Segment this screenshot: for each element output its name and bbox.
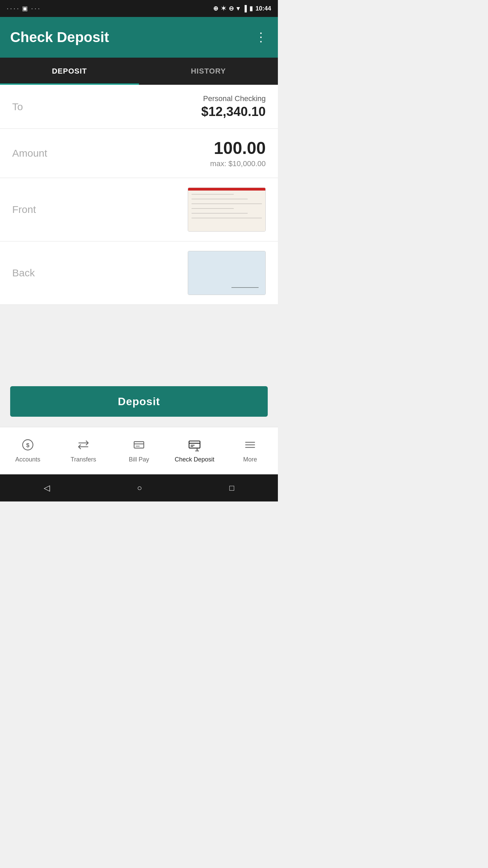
svg-text:$: $ (26, 442, 29, 449)
nav-transfers[interactable]: Transfers (56, 427, 111, 474)
billpay-icon (133, 438, 145, 453)
deposit-button[interactable]: Deposit (10, 386, 268, 417)
to-row[interactable]: To Personal Checking $12,340.10 (0, 85, 278, 129)
back-check-image[interactable] (188, 251, 266, 295)
status-bar: · · · · ▣ · · · ⊕ ✶ ⊖ ▾ ▐ ▮ 10:44 (0, 0, 278, 17)
nav-accounts[interactable]: $ Accounts (0, 427, 56, 474)
accounts-label: Accounts (15, 456, 40, 463)
check-lines (191, 194, 262, 222)
minus-icon: ⊖ (229, 5, 234, 12)
check-line-3 (191, 203, 262, 204)
check-line-1 (191, 194, 234, 195)
wifi-icon: ▾ (237, 5, 240, 12)
nav-check-deposit[interactable]: Check Deposit (167, 427, 222, 474)
app-header: Check Deposit ⋮ (0, 17, 278, 58)
more-icon (244, 438, 257, 453)
signal-dots-2: · · · (31, 5, 40, 12)
check-line-4 (191, 208, 234, 209)
overflow-menu-button[interactable]: ⋮ (255, 30, 268, 44)
account-info: Personal Checking $12,340.10 (201, 94, 266, 119)
amount-max: max: $10,000.00 (210, 159, 266, 168)
amount-label: Amount (12, 147, 47, 159)
signal-strength-icon: ▐ (242, 5, 247, 12)
amount-row[interactable]: Amount 100.00 max: $10,000.00 (0, 129, 278, 178)
to-label: To (12, 101, 23, 113)
check-line-6 (191, 218, 262, 218)
tab-bar: DEPOSIT HISTORY (0, 58, 278, 85)
android-home-button[interactable]: ○ (137, 483, 142, 493)
front-check-preview (188, 188, 265, 231)
battery-icon: ▮ (249, 5, 253, 12)
status-left: · · · · ▣ · · · (7, 5, 40, 12)
nav-billpay[interactable]: Bill Pay (111, 427, 167, 474)
svg-rect-7 (189, 441, 200, 448)
check-deposit-nav-label: Check Deposit (175, 456, 214, 463)
amount-value: 100.00 (210, 138, 266, 158)
more-label: More (243, 456, 257, 463)
check-deposit-icon (188, 438, 201, 453)
front-row[interactable]: Front (0, 178, 278, 241)
signal-dots: · · · · (7, 5, 19, 12)
check-line-2 (191, 199, 248, 199)
tab-deposit[interactable]: DEPOSIT (0, 58, 139, 85)
form-content: To Personal Checking $12,340.10 Amount 1… (0, 85, 278, 305)
front-check-image[interactable] (188, 188, 266, 232)
android-recent-button[interactable]: □ (229, 483, 235, 493)
status-right: ⊕ ✶ ⊖ ▾ ▐ ▮ 10:44 (213, 5, 271, 12)
signature-line (231, 278, 259, 288)
transfers-icon (77, 438, 90, 453)
accounts-icon: $ (21, 438, 34, 453)
bluetooth-icon: ✶ (221, 5, 226, 12)
billpay-label: Bill Pay (129, 456, 149, 463)
account-name: Personal Checking (201, 94, 266, 103)
gray-spacer (0, 305, 278, 379)
svg-rect-4 (134, 442, 144, 448)
front-label: Front (12, 204, 36, 215)
page-title: Check Deposit (10, 29, 109, 45)
account-balance: $12,340.10 (201, 104, 266, 119)
nav-more[interactable]: More (222, 427, 278, 474)
check-red-stripe (188, 188, 265, 191)
back-row[interactable]: Back (0, 241, 278, 305)
add-icon: ⊕ (213, 5, 218, 12)
android-nav-bar: ◁ ○ □ (0, 474, 278, 501)
camera-icon: ▣ (22, 5, 28, 12)
amount-info: 100.00 max: $10,000.00 (210, 138, 266, 168)
back-label: Back (12, 267, 35, 279)
deposit-btn-container: Deposit (0, 379, 278, 427)
android-back-button[interactable]: ◁ (44, 483, 50, 493)
time-display: 10:44 (256, 5, 271, 12)
tab-history[interactable]: HISTORY (139, 58, 278, 85)
check-line-5 (191, 213, 248, 214)
back-check-preview (188, 251, 265, 295)
transfers-label: Transfers (70, 456, 96, 463)
bottom-nav: $ Accounts Transfers Bill Pay (0, 427, 278, 474)
